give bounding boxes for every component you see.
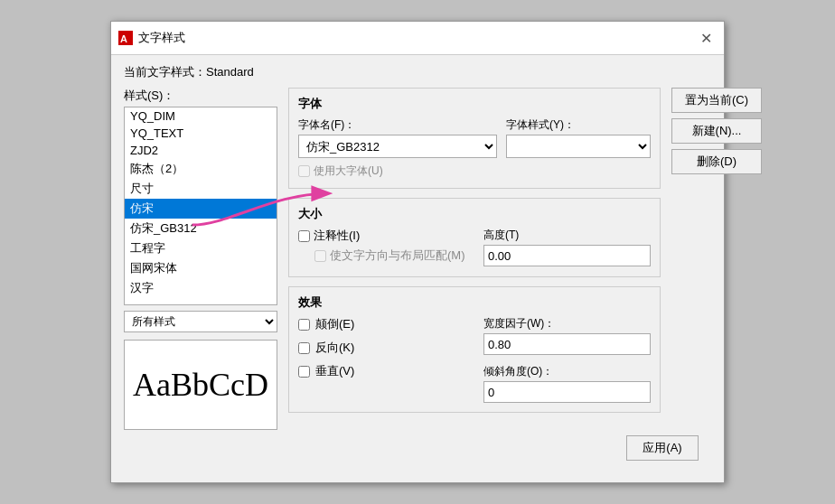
font-style-label: 字体样式(Y)： bbox=[506, 117, 651, 133]
set-current-button[interactable]: 置为当前(C) bbox=[671, 88, 762, 113]
current-style-label: 当前文字样式：Standard bbox=[124, 64, 711, 80]
effects-right: 宽度因子(W)： 倾斜角度(O)： bbox=[483, 316, 651, 403]
upside-down-row: 颠倒(E) bbox=[298, 316, 465, 332]
list-item[interactable]: 工程字 bbox=[125, 238, 277, 258]
font-style-select[interactable] bbox=[506, 135, 651, 158]
font-row: 字体名(F)： 仿宋_GB2312 字体样式(Y)： bbox=[298, 117, 651, 158]
annotative-row: 注释性(I) bbox=[298, 228, 465, 244]
height-group: 高度(T) bbox=[483, 228, 651, 266]
size-left: 注释性(I) 使文字方向与布局匹配(M) bbox=[298, 228, 465, 267]
right-panel: 字体 字体名(F)： 仿宋_GB2312 字体样式(Y)： bbox=[288, 88, 661, 430]
effects-section-title: 效果 bbox=[298, 294, 651, 311]
close-button[interactable]: ✕ bbox=[695, 27, 717, 49]
filter-select[interactable]: 所有样式 bbox=[124, 311, 277, 332]
bigfont-checkbox[interactable] bbox=[298, 165, 310, 177]
size-row: 注释性(I) 使文字方向与布局匹配(M) 高度(T) bbox=[298, 228, 651, 267]
width-factor-label: 宽度因子(W)： bbox=[483, 316, 651, 331]
new-button[interactable]: 新建(N)... bbox=[671, 118, 762, 144]
filter-row: 所有样式 bbox=[124, 311, 277, 332]
upside-down-checkbox[interactable] bbox=[298, 319, 310, 331]
app-icon: A bbox=[118, 31, 133, 45]
annotative-label: 注释性(I) bbox=[314, 228, 360, 244]
dialog-title: 文字样式 bbox=[138, 30, 185, 46]
annotative-checkbox[interactable] bbox=[298, 230, 310, 242]
width-factor-input[interactable] bbox=[483, 333, 651, 355]
height-input[interactable] bbox=[483, 245, 651, 266]
bigfont-text: 使用大字体(U) bbox=[314, 163, 383, 179]
delete-button[interactable]: 删除(D) bbox=[671, 149, 762, 174]
effects-row: 颠倒(E) 反向(K) 垂直(V) bbox=[298, 316, 651, 403]
list-item[interactable]: 尺寸 bbox=[125, 179, 277, 199]
effects-left: 颠倒(E) 反向(K) 垂直(V) bbox=[298, 316, 465, 403]
direction-label: 使文字方向与布局匹配(M) bbox=[330, 247, 465, 264]
font-name-select[interactable]: 仿宋_GB2312 bbox=[298, 135, 497, 158]
list-item[interactable]: 陈杰（2） bbox=[125, 159, 277, 179]
list-item[interactable]: YQ_TEXT bbox=[125, 125, 277, 142]
vertical-label: 垂直(V) bbox=[315, 363, 354, 379]
bottom-bar: 应用(A) bbox=[124, 430, 711, 470]
preview-text: AaBbCcD bbox=[133, 366, 268, 404]
styles-list: YQ_DIM YQ_TEXT ZJD2 陈杰（2） 尺寸 仿宋 仿宋_GB312… bbox=[125, 107, 277, 298]
direction-row: 使文字方向与布局匹配(M) bbox=[314, 247, 465, 264]
left-panel: 样式(S)： YQ_DIM YQ_TEXT ZJD2 陈杰（2） 尺寸 仿宋 仿… bbox=[124, 88, 277, 430]
styles-list-container: YQ_DIM YQ_TEXT ZJD2 陈杰（2） 尺寸 仿宋 仿宋_GB312… bbox=[124, 107, 277, 305]
font-name-label: 字体名(F)： bbox=[298, 117, 497, 133]
main-layout: 样式(S)： YQ_DIM YQ_TEXT ZJD2 陈杰（2） 尺寸 仿宋 仿… bbox=[124, 88, 711, 430]
size-right: 高度(T) bbox=[483, 228, 651, 266]
oblique-input[interactable] bbox=[483, 381, 651, 403]
width-factor-group: 宽度因子(W)： bbox=[483, 316, 651, 355]
vertical-checkbox[interactable] bbox=[298, 366, 310, 378]
list-item[interactable]: 仿宋_GB312 bbox=[125, 219, 277, 238]
bigfont-label[interactable]: 使用大字体(U) bbox=[298, 163, 383, 179]
list-item-selected[interactable]: 仿宋 bbox=[125, 199, 277, 219]
backwards-row: 反向(K) bbox=[298, 340, 465, 356]
backwards-checkbox[interactable] bbox=[298, 342, 310, 354]
preview-box: AaBbCcD bbox=[124, 340, 277, 430]
backwards-label: 反向(K) bbox=[315, 340, 354, 356]
title-bar: A 文字样式 ✕ bbox=[111, 22, 724, 55]
apply-button[interactable]: 应用(A) bbox=[626, 435, 699, 461]
height-label: 高度(T) bbox=[483, 228, 651, 243]
font-style-group: 字体样式(Y)： bbox=[506, 117, 651, 158]
font-section: 字体 字体名(F)： 仿宋_GB2312 字体样式(Y)： bbox=[288, 88, 661, 189]
list-item[interactable]: ZJD2 bbox=[125, 142, 277, 159]
direction-checkbox[interactable] bbox=[314, 250, 326, 262]
dialog-body: 当前文字样式：Standard 样式(S)： YQ_DIM YQ_TEXT ZJ… bbox=[111, 55, 724, 482]
bigfont-row: 使用大字体(U) bbox=[298, 163, 651, 179]
upside-down-label: 颠倒(E) bbox=[315, 316, 354, 332]
vertical-row: 垂直(V) bbox=[298, 363, 465, 379]
text-style-dialog: A 文字样式 ✕ 当前文字样式：Standard 样式(S)： YQ_DIM Y… bbox=[110, 21, 725, 483]
font-section-title: 字体 bbox=[298, 96, 651, 112]
title-bar-left: A 文字样式 bbox=[118, 30, 185, 46]
svg-text:A: A bbox=[120, 33, 127, 44]
oblique-label: 倾斜角度(O)： bbox=[483, 364, 651, 379]
oblique-group: 倾斜角度(O)： bbox=[483, 364, 651, 403]
size-section: 大小 注释性(I) 使文字方向与布局匹配(M) bbox=[288, 198, 661, 277]
list-item[interactable]: 国网宋体 bbox=[125, 258, 277, 278]
styles-section-label: 样式(S)： bbox=[124, 88, 277, 104]
effects-section: 效果 颠倒(E) 反向(K) bbox=[288, 286, 661, 413]
list-item[interactable]: 汉字 bbox=[125, 278, 277, 298]
font-name-group: 字体名(F)： 仿宋_GB2312 bbox=[298, 117, 497, 158]
right-buttons: 置为当前(C) 新建(N)... 删除(D) bbox=[671, 88, 762, 430]
list-item[interactable]: YQ_DIM bbox=[125, 107, 277, 125]
size-section-title: 大小 bbox=[298, 206, 651, 222]
